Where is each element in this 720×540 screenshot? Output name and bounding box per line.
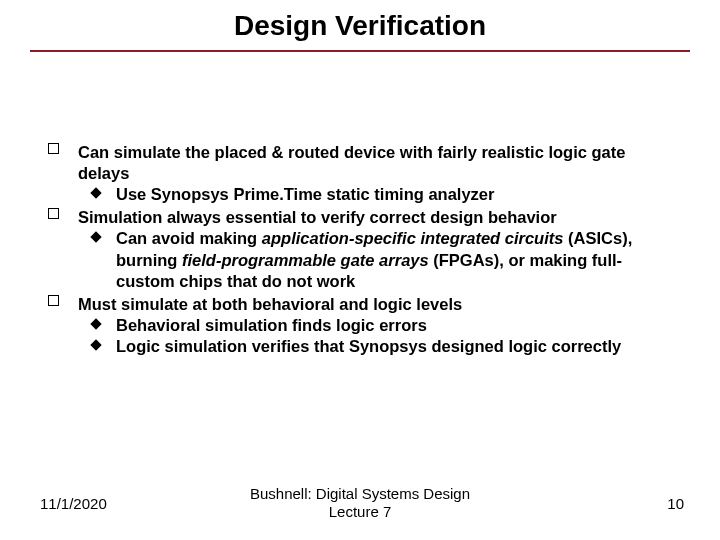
footer: 11/1/2020 Bushnell: Digital Systems Desi… <box>0 485 720 523</box>
bullet-2-text: Simulation always essential to verify co… <box>78 208 557 226</box>
subitem-1-1: Use Synopsys Prime.Time static timing an… <box>78 184 672 205</box>
diamond-bullet-icon <box>90 339 101 350</box>
footer-center: Bushnell: Digital Systems Design Lecture… <box>0 485 720 523</box>
subitem-3-1-text: Behavioral simulation finds logic errors <box>116 316 427 334</box>
subitem-3-1: Behavioral simulation finds logic errors <box>78 315 672 336</box>
subitem-3-2: Logic simulation verifies that Synopsys … <box>78 336 672 357</box>
diamond-bullet-icon <box>90 318 101 329</box>
slide-content: Can simulate the placed & routed device … <box>0 52 720 357</box>
subitem-2-1: Can avoid making application-specific in… <box>78 228 672 291</box>
bullet-2: Simulation always essential to verify co… <box>78 207 672 291</box>
footer-center-line2: Lecture 7 <box>329 503 392 520</box>
bullet-3: Must simulate at both behavioral and log… <box>78 294 672 357</box>
bullet-3-text: Must simulate at both behavioral and log… <box>78 295 462 313</box>
footer-center-line1: Bushnell: Digital Systems Design <box>250 485 470 502</box>
diamond-bullet-icon <box>90 188 101 199</box>
footer-date: 11/1/2020 <box>40 495 107 512</box>
subitem-1-1-text: Use Synopsys Prime.Time static timing an… <box>116 185 494 203</box>
page-title: Design Verification <box>0 0 720 50</box>
footer-page-number: 10 <box>667 495 684 512</box>
bullet-1-text: Can simulate the placed & routed device … <box>78 143 625 182</box>
square-bullet-icon <box>48 208 59 219</box>
subitem-2-1-ital2: field-programmable gate arrays <box>182 251 429 269</box>
subitem-2-1-ital1: application-specific integrated circuits <box>262 229 564 247</box>
subitem-3-2-text: Logic simulation verifies that Synopsys … <box>116 337 621 355</box>
diamond-bullet-icon <box>90 232 101 243</box>
bullet-1: Can simulate the placed & routed device … <box>78 142 672 205</box>
square-bullet-icon <box>48 143 59 154</box>
square-bullet-icon <box>48 295 59 306</box>
subitem-2-1-pre: Can avoid making <box>116 229 262 247</box>
